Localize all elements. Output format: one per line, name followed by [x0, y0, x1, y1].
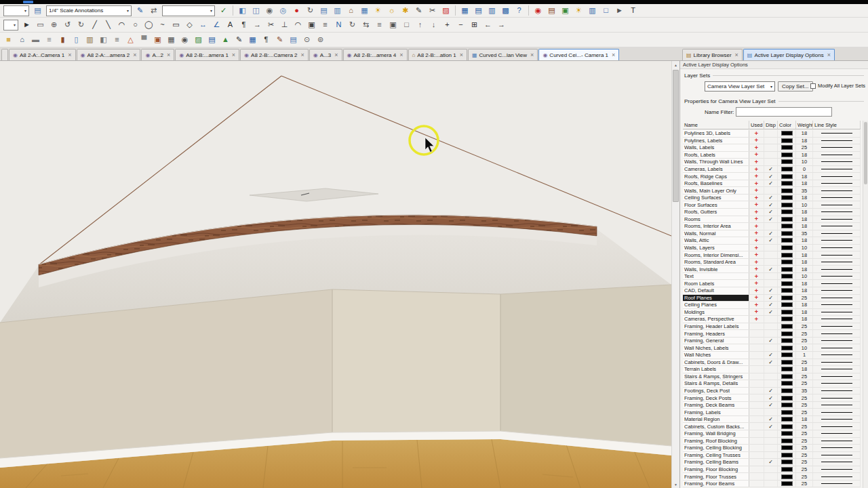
saved-plan-views-combo[interactable]: ▾: [162, 5, 215, 16]
layer-disp-cell[interactable]: ✓: [764, 323, 778, 330]
layer-disp-cell[interactable]: ✓: [764, 338, 778, 344]
layer-row[interactable]: CAD, Default + ✓ 18: [683, 287, 861, 295]
note-icon[interactable]: ¶: [260, 34, 273, 45]
layer-color-cell[interactable]: [778, 394, 796, 401]
tab-close-icon[interactable]: ×: [612, 52, 615, 58]
layer-color-cell[interactable]: [778, 352, 796, 359]
column-disp[interactable]: Disp: [764, 121, 778, 129]
layer-disp-cell[interactable]: ✓: [764, 309, 778, 316]
layout-box-icon[interactable]: ▤: [472, 5, 485, 16]
layer-row[interactable]: Roofs, Gutters + ✓ 18: [683, 209, 861, 216]
layer-disp-cell[interactable]: ✓: [764, 266, 778, 272]
tab-close-icon[interactable]: ×: [735, 52, 738, 58]
layer-linestyle-cell[interactable]: [813, 138, 861, 144]
column-color[interactable]: Color: [778, 121, 796, 129]
layer-set-icon[interactable]: ▤: [31, 5, 44, 16]
scroll-down-icon[interactable]: ▼: [672, 481, 679, 488]
select-pointer-icon[interactable]: ►: [613, 5, 626, 16]
tab-a8-2b-elevation-1[interactable]: ⌂ A8 2-B:...ation 1 ×: [408, 49, 467, 60]
layer-linestyle-cell[interactable]: [813, 144, 861, 151]
layer-linestyle-cell[interactable]: [813, 330, 861, 337]
layer-row[interactable]: Wall Niches, Labels + ✓ 10: [683, 344, 861, 352]
material-painter-icon[interactable]: ▨: [192, 34, 205, 45]
open-plan-icon[interactable]: ■: [2, 34, 15, 45]
layer-linestyle-cell[interactable]: [813, 216, 861, 223]
swap-annotations-icon[interactable]: ⇄: [147, 5, 160, 16]
cad-tools-icon[interactable]: ✎: [233, 34, 245, 45]
camera-3d-view[interactable]: [0, 61, 671, 488]
layer-linestyle-cell[interactable]: [813, 445, 861, 451]
ceiling-tool-icon[interactable]: ▀: [138, 34, 151, 45]
layer-linestyle-cell[interactable]: [813, 173, 861, 180]
layer-color-cell[interactable]: [778, 251, 796, 258]
layer-linestyle-cell[interactable]: [813, 152, 861, 159]
record-walkthrough-icon[interactable]: ●: [290, 5, 303, 16]
layer-row[interactable]: Roofs, Ridge Caps + ✓ 18: [683, 173, 861, 180]
layer-color-cell[interactable]: [778, 138, 796, 144]
layer-disp-cell[interactable]: ✓: [764, 359, 778, 366]
zoom-out-icon[interactable]: −: [454, 19, 467, 30]
layer-linestyle-cell[interactable]: [813, 409, 861, 415]
apply-check-icon[interactable]: ✓: [217, 5, 230, 16]
column-name[interactable]: Name: [683, 121, 749, 129]
oval-tool-icon[interactable]: ◯: [142, 19, 155, 30]
layer-row[interactable]: Framing, Deck Beams + ✓ 25: [683, 402, 861, 409]
railing-tool-icon[interactable]: ≡: [43, 34, 56, 45]
edit-surface-icon[interactable]: ✎: [412, 5, 425, 16]
layer-disp-cell[interactable]: ✓: [764, 459, 778, 466]
tab-curved-ceiling-camera-1[interactable]: ◉ Curved Cei...- Camera 1 ×: [538, 49, 619, 60]
arc-tool-icon[interactable]: ◠: [115, 19, 128, 30]
cube-faces-icon[interactable]: ◫: [250, 5, 262, 16]
layer-color-cell[interactable]: [778, 152, 796, 159]
layer-disp-cell[interactable]: ✓: [764, 245, 778, 251]
layer-row[interactable]: Rooms, Interior Dimensi... + ✓ 18: [683, 251, 861, 259]
layer-linestyle-cell[interactable]: [813, 323, 861, 330]
render-camera-icon[interactable]: ◉: [532, 5, 545, 16]
dimension-tool-icon[interactable]: ↔: [197, 19, 210, 30]
fixture-tool-icon[interactable]: ◧: [97, 34, 110, 45]
layer-disp-cell[interactable]: ✓: [764, 166, 778, 173]
layer-row[interactable]: Footings, Deck Post + ✓ 35: [683, 388, 861, 395]
layer-linestyle-cell[interactable]: [813, 402, 861, 409]
tab-active-layer-display-options[interactable]: ▤ Active Layer Display Options ×: [743, 49, 835, 60]
layer-row[interactable]: Framing, Floor Beams + ✓ 25: [683, 481, 861, 488]
layer-color-cell[interactable]: [778, 245, 796, 251]
layer-row[interactable]: Cameras, Labels + ✓ 0: [683, 166, 861, 174]
select-arrow-icon[interactable]: ►: [20, 19, 33, 30]
layer-disp-cell[interactable]: ✓: [764, 287, 778, 294]
column-tool-icon[interactable]: ▥: [586, 5, 599, 16]
tab-close-icon[interactable]: ×: [68, 52, 71, 58]
layer-row[interactable]: Walls, Through Wall Lines + ✓ 10: [683, 159, 861, 166]
layer-row[interactable]: Rooms, Standard Area + ✓ 18: [683, 259, 861, 266]
previous-view-icon[interactable]: ←: [481, 19, 494, 30]
layer-color-cell[interactable]: [778, 473, 796, 480]
polyline-tool-icon[interactable]: ╲: [102, 19, 115, 30]
cad-detail-icon[interactable]: □: [599, 5, 612, 16]
layer-disp-cell[interactable]: ✓: [764, 330, 778, 337]
layer-row[interactable]: Framing, Headers + ✓ 25: [683, 330, 861, 338]
layer-linestyle-cell[interactable]: [813, 466, 861, 473]
layer-color-cell[interactable]: [778, 280, 796, 287]
layer-row[interactable]: Rooms, Interior Area + ✓ 18: [683, 223, 861, 230]
layer-disp-cell[interactable]: ✓: [764, 373, 778, 380]
layer-row[interactable]: Walls, Normal + ✓ 35: [683, 230, 861, 238]
layer-disp-cell[interactable]: ✓: [764, 259, 778, 266]
layer-linestyle-cell[interactable]: [813, 352, 861, 359]
layer-row[interactable]: Cameras, Perspective + ✓ 18: [683, 316, 861, 323]
arrow-tool-icon[interactable]: →: [251, 19, 264, 30]
tab-a8-2a-camera-2[interactable]: ◉ A8 2-A:...amera 2 ×: [77, 49, 141, 60]
layer-color-cell[interactable]: [778, 295, 796, 302]
layer-disp-cell[interactable]: ✓: [764, 195, 778, 201]
layer-linestyle-cell[interactable]: [813, 130, 861, 137]
layer-color-cell[interactable]: [778, 430, 796, 437]
layer-color-cell[interactable]: [778, 309, 796, 316]
layer-linestyle-cell[interactable]: [813, 316, 861, 323]
cabinet-tool-icon[interactable]: ▥: [83, 34, 96, 45]
layer-color-cell[interactable]: [778, 223, 796, 230]
layer-color-cell[interactable]: [778, 438, 796, 445]
roof-tool-icon[interactable]: △: [124, 34, 137, 45]
layer-disp-cell[interactable]: ✓: [764, 152, 778, 159]
view-vertical-scrollbar[interactable]: ▲ ▼: [671, 61, 679, 488]
column-used[interactable]: Used: [749, 121, 764, 129]
layer-color-cell[interactable]: [778, 266, 796, 272]
